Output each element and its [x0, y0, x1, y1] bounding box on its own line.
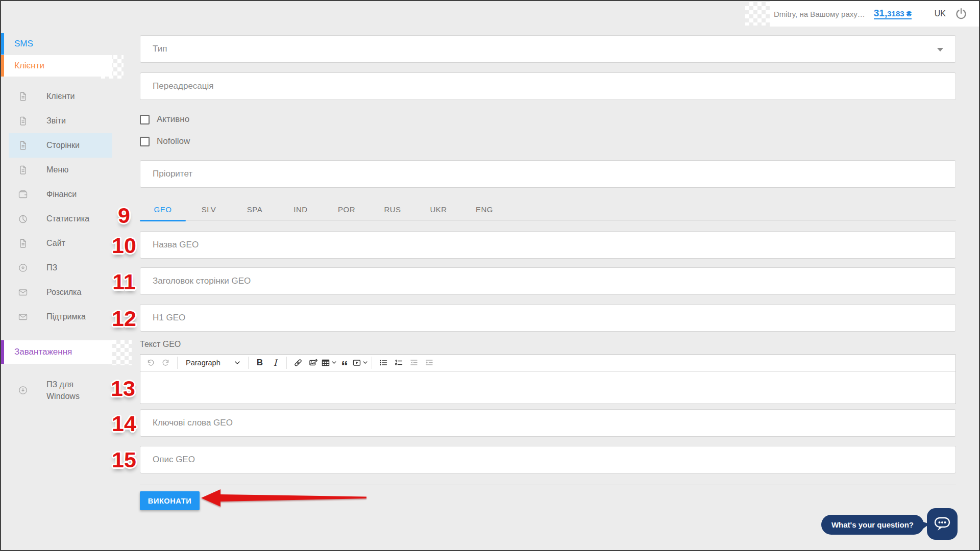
file-icon	[18, 140, 28, 151]
outdent-icon	[410, 359, 418, 367]
pie-chart-icon	[18, 214, 28, 224]
sidebar-item-support[interactable]: Підтримка	[9, 305, 112, 329]
download-icon	[18, 263, 28, 273]
numbered-list-button[interactable]	[391, 356, 406, 370]
geo-page-title-input[interactable]	[140, 267, 956, 295]
language-switcher[interactable]: UK	[920, 9, 946, 18]
table-button[interactable]	[322, 356, 336, 370]
language-tabs: GEO SLV SPA IND POR RUS UKR ENG	[140, 199, 956, 221]
redo-icon	[162, 359, 170, 367]
tab-ukr[interactable]: UKR	[415, 199, 461, 221]
type-select[interactable]: Тип	[140, 35, 956, 63]
block-quote-button[interactable]: “	[337, 356, 352, 370]
bulleted-list-icon	[379, 359, 387, 367]
undo-icon	[146, 359, 155, 367]
tab-geo[interactable]: GEO	[140, 199, 186, 221]
chevron-down-icon	[332, 361, 336, 364]
tab-eng[interactable]: ENG	[461, 199, 507, 221]
tab-rus[interactable]: RUS	[370, 199, 415, 221]
bulleted-list-button[interactable]	[376, 356, 390, 370]
paragraph-style-dropdown[interactable]: Paragraph	[182, 356, 244, 370]
geo-keywords-input[interactable]	[140, 409, 956, 437]
user-greeting: Dmitry, на Вашому раху…	[774, 10, 865, 18]
numbered-list-icon	[395, 359, 403, 367]
annotation-number: 9	[106, 203, 142, 228]
sidebar-item-statistics[interactable]: Статистика	[9, 207, 112, 231]
file-icon	[18, 165, 28, 175]
downloads-accent-bar	[1, 340, 4, 364]
geo-h1-input[interactable]	[140, 304, 956, 332]
pixel-dissolve-decoration	[101, 55, 124, 79]
priority-input[interactable]	[140, 160, 956, 188]
annotation-number: 10	[106, 233, 142, 258]
active-checkbox-row[interactable]: Активно	[140, 113, 189, 126]
sidebar-item-software-windows[interactable]: ПЗ дляWindows	[9, 375, 112, 406]
chat-launcher-button[interactable]	[927, 508, 958, 540]
toolbar-separator	[248, 357, 249, 369]
toolbar-separator	[177, 357, 178, 369]
sidebar-section-sms[interactable]: SMS	[1, 33, 112, 55]
active-checkbox[interactable]	[140, 115, 150, 124]
media-embed-button[interactable]	[353, 356, 368, 370]
sidebar-item-clients[interactable]: Клієнти	[9, 84, 112, 109]
chevron-down-icon	[235, 361, 240, 365]
chevron-down-icon	[363, 361, 368, 364]
geo-name-input[interactable]	[140, 231, 956, 259]
link-icon	[294, 359, 302, 367]
file-icon	[18, 238, 28, 248]
tab-por[interactable]: POR	[324, 199, 370, 221]
section-divider	[140, 485, 956, 485]
annotation-number: 12	[106, 306, 142, 331]
tab-ind[interactable]: IND	[278, 199, 324, 221]
geo-description-input[interactable]	[140, 446, 956, 473]
annotation-number: 13	[105, 376, 141, 401]
file-icon	[18, 91, 28, 102]
rich-text-editor-area[interactable]	[140, 371, 956, 404]
wallet-icon	[18, 189, 28, 199]
envelope-icon	[18, 287, 28, 297]
sidebar-item-finances[interactable]: Фінанси	[9, 182, 112, 207]
annotation-number: 15	[106, 447, 142, 472]
nofollow-checkbox-row[interactable]: Nofollow	[140, 135, 190, 147]
tab-slv[interactable]: SLV	[186, 199, 232, 221]
outdent-button[interactable]	[407, 356, 421, 370]
link-button[interactable]	[291, 356, 305, 370]
chat-prompt-bubble[interactable]: What's your question?	[821, 515, 924, 535]
sidebar-section-downloads[interactable]: Завантаження	[1, 340, 112, 364]
indent-icon	[425, 359, 433, 367]
table-icon	[322, 359, 330, 367]
sidebar-item-mailing[interactable]: Розсилка	[9, 280, 112, 305]
sidebar-section-clients[interactable]: Клієнти	[1, 55, 112, 77]
sidebar-item-site[interactable]: Сайт	[9, 231, 112, 256]
media-embed-icon	[353, 359, 361, 367]
sidebar-item-software[interactable]: ПЗ	[9, 256, 112, 280]
file-icon	[18, 116, 28, 126]
redo-button[interactable]	[159, 356, 173, 370]
submit-button[interactable]: ВИКОНАТИ	[140, 491, 200, 510]
sidebar-item-reports[interactable]: Звіти	[9, 109, 112, 133]
bold-button[interactable]: B	[253, 356, 267, 370]
envelope-icon	[18, 312, 28, 322]
language-label: UK	[935, 9, 946, 18]
logout-button[interactable]	[954, 7, 968, 20]
balance-link[interactable]: 31,3183 ₴	[874, 8, 912, 19]
power-icon	[954, 7, 968, 20]
undo-button[interactable]	[143, 356, 158, 370]
indent-button[interactable]	[422, 356, 436, 370]
pixel-dissolve-decoration	[108, 340, 132, 365]
italic-button[interactable]: I	[268, 356, 282, 370]
sidebar-item-menu[interactable]: Меню	[9, 158, 112, 182]
redirect-input[interactable]	[140, 72, 956, 100]
download-icon	[18, 385, 28, 395]
tab-spa[interactable]: SPA	[232, 199, 278, 221]
header-user-panel: Dmitry, на Вашому раху… 31,3183 ₴ UK	[770, 1, 980, 27]
rich-text-toolbar: Paragraph B I “	[140, 354, 956, 371]
image-upload-button[interactable]	[306, 356, 321, 370]
clients-accent-bar	[1, 55, 4, 77]
sidebar-item-pages[interactable]: Сторінки	[9, 133, 112, 158]
annotation-number: 14	[106, 411, 142, 436]
ukraine-flag-icon	[920, 10, 932, 17]
image-upload-icon	[309, 359, 317, 367]
annotation-arrow	[200, 487, 368, 509]
nofollow-checkbox[interactable]	[140, 137, 150, 146]
